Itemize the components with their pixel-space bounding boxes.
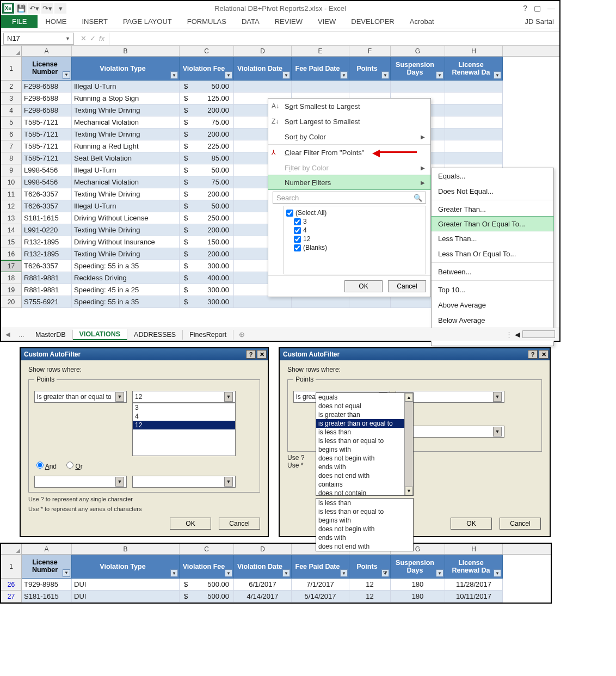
- row-header[interactable]: 3: [1, 93, 22, 105]
- sort-desc[interactable]: Z↓Sort Largest to Smallest: [268, 114, 430, 129]
- value-combo[interactable]: 12▼: [132, 391, 236, 403]
- col-H[interactable]: H: [445, 46, 503, 56]
- row-header[interactable]: 13: [1, 212, 22, 224]
- sheet-violations[interactable]: VIOLATIONS: [73, 329, 127, 340]
- cell-fee[interactable]: $125.00: [180, 93, 234, 105]
- user-name[interactable]: JD Sartai: [525, 17, 559, 26]
- cell-violation-type[interactable]: Speeding: 55 in a 35: [72, 296, 180, 308]
- sheet-finesreport[interactable]: FinesReport: [183, 330, 233, 340]
- sheet-masterdb[interactable]: MasterDB: [29, 330, 73, 340]
- sheet-nav-prev-icon[interactable]: ◀: [1, 331, 14, 338]
- cell-violation-type[interactable]: Texting While Driving: [72, 105, 180, 116]
- cell-susp[interactable]: [391, 81, 445, 93]
- cell-violation-type[interactable]: DUI: [72, 591, 180, 603]
- row-header-1[interactable]: 1: [1, 555, 22, 579]
- value-listbox[interactable]: 3 4 12: [132, 403, 236, 456]
- cell-violation-type[interactable]: Texting While Driving: [72, 188, 180, 200]
- cancel-formula-icon[interactable]: ✕: [81, 34, 87, 42]
- cell-points[interactable]: [349, 81, 391, 93]
- cell-violation-type[interactable]: Illegal U-Turn: [72, 164, 180, 176]
- row-header[interactable]: 14: [1, 224, 22, 236]
- list-item[interactable]: does not equal: [316, 402, 413, 410]
- cell-fee[interactable]: $150.00: [180, 236, 234, 248]
- filter-checklist[interactable]: (Select All) 3 4 12 (Blanks): [284, 206, 426, 274]
- cell-license[interactable]: R881-9881: [22, 284, 72, 296]
- list-item[interactable]: ends with: [316, 533, 413, 542]
- cell-points[interactable]: [349, 296, 391, 308]
- cell-license[interactable]: T585-7121: [22, 116, 72, 128]
- row-header[interactable]: 17: [1, 260, 22, 272]
- cell-license[interactable]: L998-5456: [22, 164, 72, 176]
- nf-item[interactable]: Below Average: [432, 312, 553, 328]
- list-item[interactable]: equals: [316, 393, 413, 402]
- cell-violation-type[interactable]: Driving Without Insurance: [72, 236, 180, 248]
- row-header[interactable]: 19: [1, 284, 22, 296]
- row-header[interactable]: 9: [1, 164, 22, 176]
- operator-dropdown-list-overflow[interactable]: is less thanis less than or equal tobegi…: [316, 498, 414, 551]
- col-B[interactable]: B: [72, 544, 180, 554]
- cell-fee[interactable]: $400.00: [180, 272, 234, 284]
- cell-paid[interactable]: [292, 296, 349, 308]
- cell-license[interactable]: S181-1615: [22, 212, 72, 224]
- cell-fee[interactable]: $250.00: [180, 212, 234, 224]
- cell-license[interactable]: F298-6588: [22, 81, 72, 93]
- cell-renew[interactable]: 10/11/2017: [445, 591, 503, 603]
- nf-item[interactable]: Does Not Equal...: [432, 183, 553, 199]
- cell-fee[interactable]: $50.00: [180, 200, 234, 212]
- qat-customize-icon[interactable]: ▾: [54, 3, 66, 14]
- cell-license[interactable]: L991-0220: [22, 224, 72, 236]
- col-F[interactable]: F: [349, 46, 391, 56]
- cell-license[interactable]: R881-9881: [22, 272, 72, 284]
- cell-violation-type[interactable]: Driving Without License: [72, 212, 180, 224]
- row-header[interactable]: 11: [1, 188, 22, 200]
- col-A[interactable]: A: [22, 46, 72, 56]
- horizontal-scrollbar[interactable]: [522, 330, 555, 338]
- cell-license[interactable]: R132-1895: [22, 248, 72, 260]
- cell-renew[interactable]: [445, 140, 503, 152]
- cell-license[interactable]: S181-1615: [22, 591, 72, 603]
- cell-fee[interactable]: $200.00: [180, 224, 234, 236]
- cell-vdate[interactable]: [234, 296, 292, 308]
- formula-input[interactable]: [109, 33, 559, 45]
- cell-fee[interactable]: $300.00: [180, 284, 234, 296]
- row-header[interactable]: 4: [1, 105, 22, 116]
- tab-home[interactable]: HOME: [38, 15, 74, 28]
- filter-btn-icon[interactable]: ▼: [225, 569, 232, 577]
- undo-icon[interactable]: ↶▾: [28, 3, 40, 14]
- cell-license[interactable]: T626-3357: [22, 260, 72, 272]
- col-E[interactable]: E: [292, 46, 349, 56]
- cell-renew[interactable]: 11/28/2017: [445, 579, 503, 591]
- help-icon[interactable]: ?: [523, 4, 527, 13]
- check-4[interactable]: 4: [286, 226, 423, 235]
- cell-violation-type[interactable]: Texting While Driving: [72, 248, 180, 260]
- filter-btn-icon[interactable]: ▼: [436, 569, 443, 577]
- cell-violation-type[interactable]: Seat Belt Violation: [72, 152, 180, 164]
- operator-dropdown-list[interactable]: ▲▼ equalsdoes not equalis greater thanis…: [316, 392, 414, 496]
- filter-btn-icon[interactable]: ▼: [225, 71, 232, 79]
- cell-fee[interactable]: $225.00: [180, 140, 234, 152]
- list-item[interactable]: ends with: [316, 463, 413, 471]
- check-12[interactable]: 12: [286, 235, 423, 243]
- filter-btn-icon[interactable]: ▼: [282, 71, 290, 79]
- row-header-filtered[interactable]: 27: [1, 591, 22, 603]
- col-D[interactable]: D: [234, 46, 292, 56]
- ok-button[interactable]: OK: [451, 518, 492, 530]
- cell-violation-type[interactable]: DUI: [72, 579, 180, 591]
- cell-fee[interactable]: $75.00: [180, 176, 234, 188]
- number-filters[interactable]: Number Filters▶: [268, 175, 431, 190]
- list-item[interactable]: is less than: [316, 499, 413, 507]
- col-A[interactable]: A: [22, 544, 72, 554]
- enter-formula-icon[interactable]: ✓: [90, 34, 96, 42]
- cell-fee[interactable]: $500.00: [180, 591, 234, 603]
- filter-cancel-button[interactable]: Cancel: [388, 280, 426, 292]
- list-item[interactable]: is greater than: [316, 410, 413, 419]
- cell-fee[interactable]: $300.00: [180, 260, 234, 272]
- col-H[interactable]: H: [445, 544, 503, 554]
- row-header[interactable]: 10: [1, 176, 22, 188]
- cell-violation-type[interactable]: Texting While Driving: [72, 128, 180, 140]
- cell-points[interactable]: 12: [349, 579, 391, 591]
- list-item[interactable]: contains: [316, 480, 413, 489]
- list-item[interactable]: does not end with: [316, 542, 413, 551]
- row-header[interactable]: 15: [1, 236, 22, 248]
- list-item[interactable]: is less than: [316, 428, 413, 437]
